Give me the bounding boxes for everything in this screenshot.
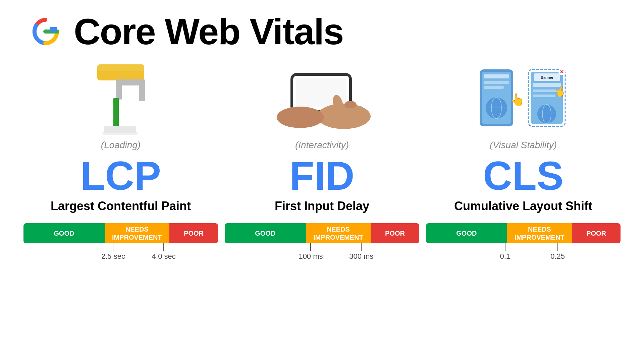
cls-marker-line-2 — [557, 243, 558, 251]
svg-rect-20 — [484, 81, 509, 84]
svg-rect-29 — [533, 95, 555, 97]
cls-markers: 0.1 0.25 — [426, 243, 621, 262]
cls-threshold-2: 0.25 — [550, 252, 565, 261]
lcp-marker-line-1 — [113, 243, 113, 251]
fid-icon-area — [272, 59, 372, 136]
fid-threshold-1: 100 ms — [299, 252, 323, 261]
svg-point-14 — [344, 101, 357, 108]
cls-category: (Visual Stability) — [490, 140, 557, 150]
svg-rect-3 — [97, 64, 144, 71]
cls-icon-area: Banner ✕ 👆 👆 — [476, 59, 570, 136]
lcp-threshold-1: 2.5 sec — [101, 252, 125, 261]
fid-bar-good: GOOD — [225, 223, 306, 243]
lcp-marker-line-2 — [163, 243, 164, 251]
lcp-bar-good: GOOD — [23, 223, 105, 243]
fid-column: (Interactivity) FID First Input Delay GO… — [225, 59, 419, 352]
cls-full-name: Cumulative Layout Shift — [454, 199, 592, 213]
lcp-threshold-2: 4.0 sec — [152, 252, 176, 261]
cls-bar-container: GOOD NEEDS IMPROVEMENT POOR 0.1 — [426, 223, 621, 262]
fid-bar-container: GOOD NEEDS IMPROVEMENT POOR 100 ms — [225, 223, 419, 262]
lcp-score-bar: GOOD NEEDS IMPROVEMENT POOR — [23, 223, 218, 243]
fid-score-bar: GOOD NEEDS IMPROVEMENT POOR — [225, 223, 419, 243]
page-title: Core Web Vitals — [74, 10, 343, 53]
svg-text:Banner: Banner — [541, 75, 554, 79]
fid-bar-poor: POOR — [371, 223, 419, 243]
layout-shift-icon: Banner ✕ 👆 👆 — [476, 64, 570, 131]
lcp-full-name: Largest Contentful Paint — [51, 199, 191, 213]
fid-acronym: FID — [289, 156, 354, 196]
svg-rect-6 — [139, 79, 145, 101]
lcp-markers: 2.5 sec 4.0 sec — [23, 243, 218, 262]
cls-marker-1: 0.1 — [500, 243, 510, 261]
lcp-marker-1: 2.5 sec — [101, 243, 125, 261]
lcp-bar-poor: POOR — [169, 223, 218, 243]
fid-marker-line-2 — [361, 243, 362, 251]
cls-marker-2: 0.25 — [550, 243, 565, 261]
cls-bar-needs: NEEDS IMPROVEMENT — [507, 223, 572, 243]
svg-point-16 — [277, 107, 324, 128]
svg-rect-7 — [113, 98, 119, 130]
cls-column: Banner ✕ 👆 👆 (Visual Stability) CLS Cumu… — [426, 59, 621, 352]
lcp-category: (Loading) — [101, 140, 141, 150]
fid-marker-2: 300 ms — [349, 243, 373, 261]
fid-full-name: First Input Delay — [275, 199, 369, 213]
lcp-icon-area — [91, 59, 151, 136]
lcp-acronym: LCP — [80, 156, 161, 196]
page-container: Core Web Vitals — [0, 0, 644, 362]
svg-rect-19 — [484, 74, 509, 78]
svg-rect-8 — [104, 126, 136, 133]
cls-score-bar: GOOD NEEDS IMPROVEMENT POOR — [426, 223, 621, 243]
fid-marker-line-1 — [310, 243, 311, 251]
cls-bar-good: GOOD — [426, 223, 507, 243]
fid-threshold-2: 300 ms — [349, 252, 373, 261]
svg-text:✕: ✕ — [560, 69, 564, 74]
fid-bar-needs: NEEDS IMPROVEMENT — [306, 223, 371, 243]
cls-bar-poor: POOR — [572, 223, 621, 243]
fid-marker-1: 100 ms — [299, 243, 323, 261]
fid-category: (Interactivity) — [295, 140, 349, 150]
svg-text:👆: 👆 — [510, 93, 525, 107]
lcp-marker-2: 4.0 sec — [152, 243, 176, 261]
header: Core Web Vitals — [20, 10, 343, 53]
cls-marker-line-1 — [505, 243, 505, 251]
fid-markers: 100 ms 300 ms — [225, 243, 419, 262]
lcp-bar-container: GOOD NEEDS IMPROVEMENT POOR 2.5 sec — [23, 223, 218, 262]
google-logo-icon — [27, 13, 64, 50]
svg-rect-9 — [102, 132, 138, 135]
phone-touch-icon — [272, 64, 372, 131]
svg-rect-21 — [484, 86, 504, 89]
lcp-column: (Loading) LCP Largest Contentful Paint G… — [23, 59, 218, 352]
vitals-grid: (Loading) LCP Largest Contentful Paint G… — [20, 56, 624, 352]
cls-acronym: CLS — [483, 156, 564, 196]
cls-threshold-1: 0.1 — [500, 252, 510, 261]
paint-roller-icon — [91, 61, 151, 135]
lcp-bar-needs: NEEDS IMPROVEMENT — [105, 223, 169, 243]
